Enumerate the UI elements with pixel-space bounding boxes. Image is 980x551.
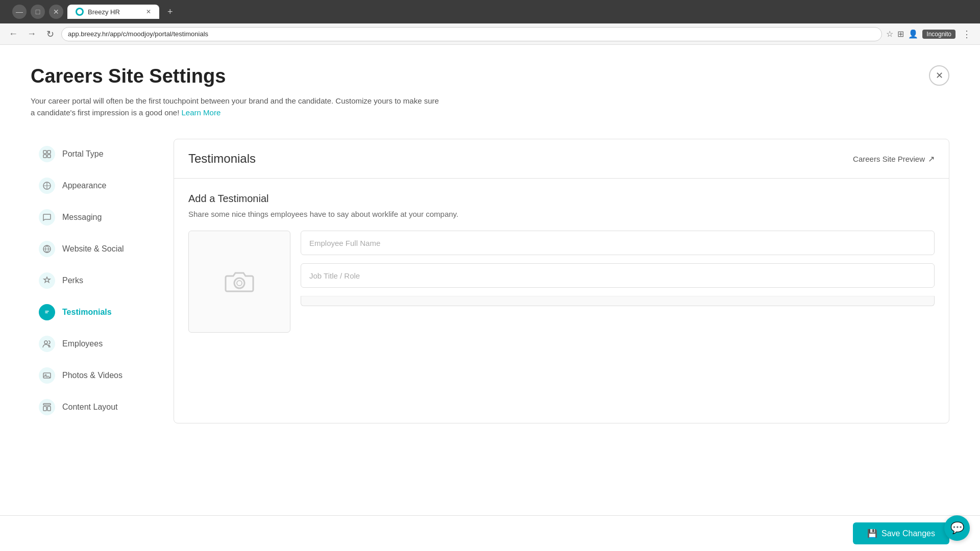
sidebar-item-photos-videos[interactable]: Photos & Videos — [31, 360, 174, 391]
svg-rect-4 — [47, 155, 51, 158]
sidebar-label-testimonials: Testimonials — [62, 308, 112, 317]
sidebar-label-perks: Perks — [62, 276, 83, 285]
content-header: Testimonials Careers Site Preview ↗ — [174, 139, 949, 179]
chat-icon: 💬 — [950, 521, 964, 535]
svg-rect-11 — [43, 404, 51, 405]
content-layout-icon — [39, 399, 55, 415]
sidebar-label-portal-type: Portal Type — [62, 149, 104, 159]
sidebar-label-employees: Employees — [62, 339, 103, 348]
perks-icon — [39, 272, 55, 289]
content-body: Add a Testimonial Share some nice things… — [174, 179, 949, 347]
tab-close-button[interactable]: ✕ — [146, 8, 151, 15]
window-maximize-button[interactable]: □ — [31, 5, 45, 19]
svg-rect-2 — [47, 151, 51, 154]
sidebar-label-content-layout: Content Layout — [62, 403, 118, 412]
bookmark-icon: ☆ — [886, 29, 893, 39]
back-button[interactable]: ← — [6, 27, 20, 41]
svg-point-7 — [43, 309, 51, 316]
tab-title: Breezy HR — [88, 8, 120, 16]
more-menu-button[interactable]: ⋮ — [960, 27, 974, 41]
window-close-button[interactable]: ✕ — [49, 5, 63, 19]
svg-point-14 — [234, 278, 244, 288]
external-link-icon: ↗ — [928, 154, 935, 164]
sidebar-label-messaging: Messaging — [62, 213, 102, 222]
chat-widget-button[interactable]: 💬 — [944, 515, 970, 541]
tab-favicon — [76, 8, 84, 16]
forward-button[interactable]: → — [24, 27, 39, 41]
camera-icon — [224, 269, 255, 294]
testimonial-form-fields — [301, 231, 935, 333]
main-layout: Portal Type Appearance Messaging — [31, 139, 949, 423]
refresh-button[interactable]: ↻ — [43, 27, 57, 41]
content-title: Testimonials — [188, 152, 256, 166]
sidebar: Portal Type Appearance Messaging — [31, 139, 174, 423]
careers-preview-link[interactable]: Careers Site Preview ↗ — [853, 154, 935, 164]
extensions-icon: ⊞ — [897, 29, 904, 39]
sidebar-item-testimonials[interactable]: Testimonials — [31, 297, 174, 328]
sidebar-item-perks[interactable]: Perks — [31, 265, 174, 296]
address-bar[interactable] — [61, 27, 882, 41]
navigation-bar: ← → ↻ ☆ ⊞ 👤 Incognito ⋮ — [0, 23, 980, 45]
website-social-icon — [39, 241, 55, 257]
employee-name-input[interactable] — [301, 231, 935, 255]
appearance-icon — [39, 178, 55, 194]
page: Careers Site Settings ✕ Your career port… — [0, 45, 980, 551]
sidebar-label-appearance: Appearance — [62, 181, 106, 190]
main-content: Testimonials Careers Site Preview ↗ Add … — [174, 139, 949, 423]
page-header: Careers Site Settings ✕ — [31, 65, 949, 87]
employees-icon — [39, 336, 55, 352]
sidebar-item-content-layout[interactable]: Content Layout — [31, 392, 174, 422]
page-title: Careers Site Settings — [31, 65, 226, 87]
incognito-badge: Incognito — [922, 30, 955, 39]
svg-point-8 — [44, 341, 47, 344]
additional-field-partial — [301, 296, 935, 306]
sidebar-item-messaging[interactable]: Messaging — [31, 202, 174, 233]
page-footer: 💾 Save Changes — [0, 515, 980, 551]
messaging-icon — [39, 209, 55, 226]
testimonial-form — [188, 231, 935, 333]
sidebar-item-website-social[interactable]: Website & Social — [31, 234, 174, 264]
page-subtitle: Your career portal will often be the fir… — [31, 95, 439, 118]
photo-upload-area[interactable] — [188, 231, 290, 333]
add-testimonial-title: Add a Testimonial — [188, 193, 935, 205]
testimonials-icon — [39, 304, 55, 320]
svg-point-15 — [237, 281, 242, 286]
portal-type-icon — [39, 146, 55, 162]
svg-point-0 — [77, 9, 82, 14]
sidebar-item-employees[interactable]: Employees — [31, 329, 174, 359]
svg-rect-12 — [43, 407, 46, 411]
close-button[interactable]: ✕ — [929, 65, 949, 86]
save-icon: 💾 — [867, 529, 877, 538]
save-changes-button[interactable]: 💾 Save Changes — [853, 522, 949, 544]
profile-icon: 👤 — [908, 29, 918, 39]
browser-tab[interactable]: Breezy HR ✕ — [67, 5, 159, 19]
svg-rect-13 — [47, 407, 51, 411]
add-testimonial-desc: Share some nice things employees have to… — [188, 210, 935, 218]
photos-videos-icon — [39, 367, 55, 384]
sidebar-item-portal-type[interactable]: Portal Type — [31, 139, 174, 169]
svg-rect-3 — [43, 155, 46, 158]
tab-bar: — □ ✕ Breezy HR ✕ + — [0, 0, 980, 23]
sidebar-item-appearance[interactable]: Appearance — [31, 170, 174, 201]
sidebar-label-website-social: Website & Social — [62, 244, 124, 254]
svg-rect-1 — [43, 151, 46, 154]
window-minimize-button[interactable]: — — [12, 5, 27, 19]
new-tab-button[interactable]: + — [163, 5, 177, 19]
sidebar-label-photos-videos: Photos & Videos — [62, 371, 122, 380]
learn-more-link[interactable]: Learn More — [182, 108, 221, 117]
job-title-input[interactable] — [301, 263, 935, 288]
